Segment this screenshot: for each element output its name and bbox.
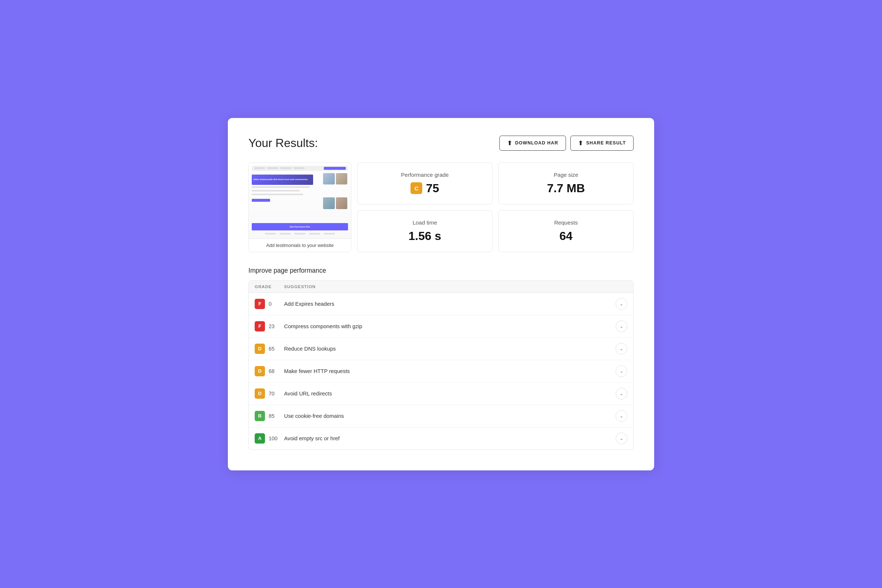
mock-nav — [252, 166, 348, 171]
row-expand-button[interactable]: ⌄ — [616, 343, 627, 355]
mock-hero: Video testimonials that boost trust and … — [252, 172, 348, 222]
row-grade-badge: A — [255, 433, 265, 444]
row-expand-button[interactable]: ⌄ — [616, 388, 627, 399]
performance-grade-badge: C — [411, 182, 422, 194]
row-suggestion-text: Make fewer HTTP requests — [284, 368, 616, 374]
row-suggestion-text: Avoid empty src or href — [284, 435, 616, 441]
suggestion-row[interactable]: A 100 Avoid empty src or href ⌄ — [249, 428, 633, 450]
suggestion-row[interactable]: D 65 Reduce DNS lookups ⌄ — [249, 338, 633, 360]
share-result-button[interactable]: ⬆ SHARE RESULT — [570, 136, 634, 151]
page-size-card: Page size 7.7 MB — [498, 162, 634, 204]
performance-grade-number: 75 — [426, 182, 439, 195]
row-expand-button[interactable]: ⌄ — [616, 365, 627, 377]
load-time-value: 1.56 s — [409, 230, 441, 243]
row-grade-col: F 0 — [255, 299, 284, 309]
row-grade-badge: D — [255, 388, 265, 399]
row-suggestion-text: Reduce DNS lookups — [284, 346, 616, 352]
suggestion-row[interactable]: D 70 Avoid URL redirects ⌄ — [249, 382, 633, 405]
row-score: 85 — [268, 413, 279, 419]
row-expand-button[interactable]: ⌄ — [616, 432, 627, 444]
download-icon: ⬆ — [507, 140, 512, 147]
page-title: Your Results: — [248, 136, 318, 150]
screenshot-mock: Video testimonials that boost trust and … — [249, 163, 351, 238]
share-icon: ⬆ — [578, 140, 583, 147]
row-suggestion-text: Add Expires headers — [284, 301, 616, 307]
header-buttons: ⬆ DOWNLOAD HAR ⬆ SHARE RESULT — [500, 136, 634, 151]
performance-grade-card: Performance grade C 75 — [357, 162, 492, 204]
row-expand-button[interactable]: ⌄ — [616, 410, 627, 422]
screenshot-card: Video testimonials that boost trust and … — [248, 162, 351, 252]
row-grade-badge: D — [255, 366, 265, 376]
suggestions-title: Improve page performance — [248, 267, 634, 274]
row-score: 68 — [268, 368, 279, 374]
suggestion-rows-container: F 0 Add Expires headers ⌄ F 23 Compress … — [249, 293, 633, 450]
requests-label: Requests — [554, 219, 578, 226]
performance-grade-value: C 75 — [411, 182, 439, 195]
row-grade-col: D 68 — [255, 366, 284, 376]
screenshot-label: Add testimonials to your website — [249, 238, 351, 252]
row-score: 70 — [268, 391, 279, 396]
row-suggestion-text: Use cookie-free domains — [284, 413, 616, 419]
row-grade-col: D 65 — [255, 344, 284, 354]
row-grade-col: B 85 — [255, 411, 284, 421]
row-grade-badge: F — [255, 321, 265, 332]
page-size-label: Page size — [554, 172, 579, 178]
requests-card: Requests 64 — [498, 210, 634, 252]
suggestion-row[interactable]: D 68 Make fewer HTTP requests ⌄ — [249, 360, 633, 382]
header: Your Results: ⬆ DOWNLOAD HAR ⬆ SHARE RES… — [248, 136, 634, 151]
row-score: 0 — [268, 301, 279, 307]
table-header: GRADE SUGGESTION — [249, 281, 633, 293]
screenshot-preview: Video testimonials that boost trust and … — [249, 163, 351, 238]
row-grade-col: A 100 — [255, 433, 284, 444]
row-score: 100 — [268, 435, 279, 441]
suggestions-section: Improve page performance GRADE SUGGESTIO… — [248, 267, 634, 450]
requests-value: 64 — [560, 230, 573, 243]
suggestion-row[interactable]: F 23 Compress components with gzip ⌄ — [249, 315, 633, 338]
row-score: 23 — [268, 323, 279, 329]
performance-grade-label: Performance grade — [401, 172, 449, 178]
load-time-label: Load time — [413, 219, 437, 226]
download-har-button[interactable]: ⬆ DOWNLOAD HAR — [500, 136, 566, 151]
col-grade-header: GRADE — [255, 285, 284, 289]
row-grade-badge: B — [255, 411, 265, 421]
row-grade-badge: D — [255, 344, 265, 354]
page-size-value: 7.7 MB — [547, 182, 585, 195]
load-time-card: Load time 1.56 s — [357, 210, 492, 252]
suggestions-table: GRADE SUGGESTION F 0 Add Expires headers… — [248, 280, 634, 450]
row-score: 65 — [268, 346, 279, 352]
row-grade-badge: F — [255, 299, 265, 309]
suggestion-row[interactable]: F 0 Add Expires headers ⌄ — [249, 293, 633, 315]
row-suggestion-text: Avoid URL redirects — [284, 391, 616, 396]
row-grade-col: F 23 — [255, 321, 284, 332]
row-suggestion-text: Compress components with gzip — [284, 323, 616, 329]
row-expand-button[interactable]: ⌄ — [616, 298, 627, 310]
metrics-row: Video testimonials that boost trust and … — [248, 162, 634, 252]
row-expand-button[interactable]: ⌄ — [616, 321, 627, 332]
main-card: Your Results: ⬆ DOWNLOAD HAR ⬆ SHARE RES… — [228, 118, 654, 470]
suggestion-row[interactable]: B 85 Use cookie-free domains ⌄ — [249, 405, 633, 428]
row-grade-col: D 70 — [255, 388, 284, 399]
col-suggestion-header: SUGGESTION — [284, 285, 627, 289]
